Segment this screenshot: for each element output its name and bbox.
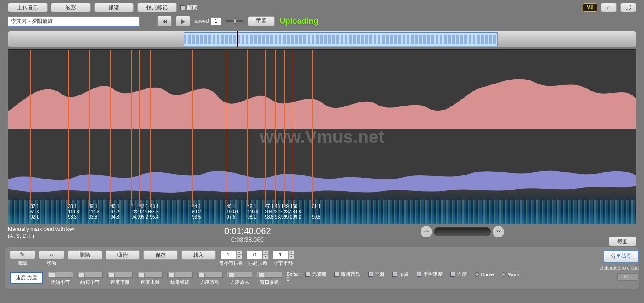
- worm-radio[interactable]: Worm: [501, 272, 520, 277]
- main-waveform-view[interactable]: www.Vmus.net 37-151.692.138-1119.393.339…: [8, 49, 636, 224]
- waveform-lower: [8, 164, 636, 195]
- track-title-field[interactable]: 李其芳 - 夕阳箫鼓: [8, 16, 140, 26]
- beat-marker[interactable]: [30, 50, 31, 206]
- home-icon[interactable]: ⌂: [601, 3, 617, 12]
- speed-slider[interactable]: [226, 20, 243, 22]
- uploading-status: Uploading: [279, 17, 318, 26]
- beat-marker[interactable]: [265, 50, 266, 206]
- marker-label: 40-197.294.3: [110, 204, 119, 220]
- prev-button[interactable]: ⏮: [157, 16, 172, 26]
- marker-label: 37-151.692.1: [30, 204, 39, 220]
- watermark: www.Vmus.net: [260, 127, 384, 147]
- speed-value: 1: [211, 17, 222, 25]
- no-whistle-checkbox[interactable]: 无嘀嘀: [305, 271, 326, 277]
- ioi-button[interactable]: IOI+: [617, 273, 639, 281]
- dyn-trans-slider[interactable]: [197, 272, 223, 278]
- snap-button[interactable]: 吸附: [106, 250, 140, 260]
- overview-waveform: [184, 35, 498, 44]
- tools-panel: ✎擦除 ↔移动 删除 吸附 保存 载入 ▲▼ 每小节拍数 ▲▼ 弱起拍数 ▲▼ …: [5, 247, 639, 289]
- zoom-slider[interactable]: [434, 227, 491, 236]
- speed-force-button[interactable]: 速度-力度: [10, 272, 43, 284]
- beat-marker[interactable]: [293, 50, 293, 206]
- beat-marker[interactable]: [68, 50, 69, 206]
- marker-label: 39-1111.593.8: [89, 204, 100, 220]
- move-button[interactable]: ↔: [39, 250, 64, 259]
- beat-marker[interactable]: [312, 50, 313, 206]
- beats-per-bar-input[interactable]: ▲▼: [220, 250, 242, 259]
- start-bar-slider[interactable]: [48, 272, 73, 278]
- beat-marker[interactable]: [150, 50, 151, 206]
- beat-marker[interactable]: [139, 50, 140, 206]
- beat-marker[interactable]: [192, 50, 193, 206]
- marker-label: 44-159.296.5: [192, 204, 201, 220]
- hint-text: Manually mark beat with key(A, S, D, F): [8, 226, 74, 240]
- avg-speed-checkbox[interactable]: ✓平均速度: [417, 271, 443, 277]
- curve-radio[interactable]: Curve: [475, 272, 494, 277]
- smooth-checkbox[interactable]: ✓平滑: [368, 271, 384, 277]
- beatmark-tab[interactable]: 拍点标记: [137, 3, 177, 12]
- version-badge: V2: [583, 3, 597, 12]
- marker-label: 47-1204.498.6: [265, 204, 276, 220]
- follow-music-checkbox[interactable]: 跟随音乐: [334, 271, 360, 277]
- zoom-out-icon[interactable]: 〰: [421, 226, 432, 237]
- beat-checkbox[interactable]: ✓拍点: [392, 271, 409, 277]
- default-label: Default:0: [287, 272, 302, 281]
- dynamics-checkbox[interactable]: ✓力度: [450, 271, 467, 277]
- uploaded-status: Uploaded to cloud: [600, 265, 639, 270]
- marker-label: 46-1119.998.1: [247, 204, 258, 220]
- speed-label: speed: [194, 18, 209, 24]
- beat-marker[interactable]: [247, 50, 248, 206]
- beat-marker[interactable]: [131, 50, 132, 206]
- end-bar-slider[interactable]: [77, 272, 103, 278]
- flip-page-checkbox[interactable]: 翻页: [180, 4, 198, 11]
- delete-button[interactable]: 删除: [68, 250, 102, 260]
- spectrum-tab[interactable]: 频谱: [94, 3, 134, 12]
- save-button[interactable]: 保存: [143, 250, 178, 260]
- zoom-in-icon[interactable]: 〰: [493, 226, 504, 237]
- overview-cursor[interactable]: [237, 31, 238, 47]
- time-current: 0:01:40.062: [83, 226, 412, 236]
- screenshot-button[interactable]: 截图: [609, 237, 636, 246]
- erase-button[interactable]: ✎: [10, 250, 35, 259]
- play-button[interactable]: ▶: [176, 16, 190, 26]
- beat-marker[interactable]: [89, 50, 90, 206]
- reset-button[interactable]: 重置: [248, 16, 275, 26]
- dyn-zoom-slider[interactable]: [227, 272, 252, 278]
- win-param-slider[interactable]: [257, 272, 282, 278]
- line-weight-slider[interactable]: [167, 272, 193, 278]
- playhead[interactable]: [315, 50, 315, 224]
- pickup-beats-input[interactable]: ▲▼: [247, 250, 269, 259]
- marker-label: 42-1174.695.2: [139, 204, 150, 220]
- zoom-control[interactable]: 〰 〰: [421, 226, 504, 237]
- waveform-tab[interactable]: 波形: [51, 3, 91, 12]
- beat-marker[interactable]: [227, 50, 227, 206]
- top-toolbar: 上传音乐 波形 频谱 拍点标记 翻页 V2 ⌂ ⛶: [0, 0, 644, 15]
- beat-marker[interactable]: [284, 50, 285, 206]
- marker-label: 45-1100.097.5: [227, 204, 238, 220]
- upload-music-button[interactable]: 上传音乐: [8, 3, 48, 12]
- marker-label: 38-1119.393.3: [68, 204, 79, 220]
- time-total: 0:08:38.060: [83, 236, 412, 243]
- marker-label: 50-164.899.2: [293, 204, 301, 220]
- marker-labels: 37-151.692.138-1119.393.339-1111.593.840…: [8, 204, 636, 224]
- overview-strip[interactable]: [8, 31, 636, 47]
- beat-marker[interactable]: [275, 50, 276, 206]
- speed-hi-slider[interactable]: [137, 272, 163, 278]
- speed-lo-slider[interactable]: [107, 272, 133, 278]
- load-button[interactable]: 载入: [181, 250, 216, 260]
- share-screenshot-button[interactable]: 分享截图: [604, 250, 639, 263]
- marker-label: 51-1---99.8: [312, 204, 321, 220]
- beat-marker[interactable]: [110, 50, 111, 206]
- fullscreen-icon[interactable]: ⛶: [620, 3, 636, 12]
- bar-offset-input[interactable]: ▲▼: [272, 250, 294, 259]
- waveform-upper: [8, 67, 636, 129]
- marker-label: 43-164.695.4: [150, 204, 159, 220]
